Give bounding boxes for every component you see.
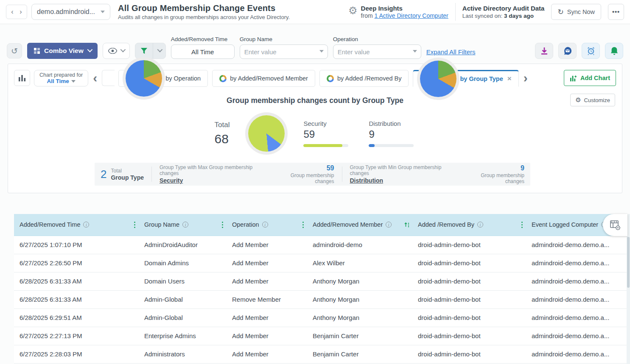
events-table: Added/Removed TimeiGroup NameiOperationi… xyxy=(14,214,627,364)
sync-now-button[interactable]: ↻ Sync Now xyxy=(551,4,601,20)
sort-icon[interactable] xyxy=(404,222,410,228)
table-cell: Add Member xyxy=(227,272,307,290)
schedule-button[interactable] xyxy=(582,43,600,59)
page: ‹ › demo.admindroid... All Group Members… xyxy=(0,0,630,364)
info-icon[interactable]: i xyxy=(262,222,268,228)
reset-icon: ↺ xyxy=(11,46,18,56)
summary-caption: Group Type with Max Group membership cha… xyxy=(160,164,271,176)
column-menu-icon[interactable] xyxy=(221,221,224,229)
table-row[interactable]: 6/28/2025 6:31:33 AMDomain UsersAdd Memb… xyxy=(14,272,627,290)
chevron-down-icon xyxy=(101,11,105,13)
table-cell: Anthony Morgan xyxy=(307,272,412,290)
table-row[interactable]: 6/28/2025 6:31:33 AMAdmin-GlobalRemove M… xyxy=(14,290,627,308)
column-header[interactable]: Added /Removed Byi xyxy=(412,214,526,236)
time-filter-input[interactable] xyxy=(171,44,235,59)
total-group-type-count: 2 xyxy=(101,168,106,181)
back-icon[interactable]: ‹ xyxy=(8,6,17,17)
table-cell: Administrators xyxy=(139,345,227,363)
legend-distribution: Distribution 9 xyxy=(369,120,415,147)
more-options-button[interactable]: ••• xyxy=(608,4,624,20)
operation-filter-input[interactable] xyxy=(333,44,421,59)
pie-chart[interactable] xyxy=(248,115,285,152)
chart-tab-row: Chart prepared for All Time ‹ by Operati… xyxy=(8,64,622,87)
visibility-button[interactable] xyxy=(103,43,130,59)
tenant-dropdown[interactable]: demo.admindroid... xyxy=(31,4,110,20)
distribution-bar-track xyxy=(369,144,414,147)
summary-strip: 2 Total Group Type Group Type with Max G… xyxy=(95,163,530,186)
group-name-filter-input[interactable] xyxy=(240,44,328,59)
max-group-type-link[interactable]: Security xyxy=(160,177,271,184)
table-row[interactable]: 6/28/2025 6:29:51 AMAdmin-GlobalAdd Memb… xyxy=(14,308,627,327)
audit-data-block: Active Directory Audit Data Last synced … xyxy=(462,5,545,19)
min-count: 9 xyxy=(461,164,524,172)
chevron-down-icon[interactable] xyxy=(413,50,417,53)
scrollbar-thumb[interactable] xyxy=(627,237,630,288)
events-table-section: Added/Removed TimeiGroup NameiOperationi… xyxy=(14,214,630,364)
filter-button[interactable] xyxy=(135,43,166,59)
clipped-tab[interactable] xyxy=(102,70,115,86)
column-header[interactable]: Added/Removed Timei xyxy=(14,214,139,236)
info-icon[interactable]: i xyxy=(477,222,483,228)
info-icon[interactable]: i xyxy=(386,222,392,228)
download-button[interactable] xyxy=(535,43,553,59)
column-header[interactable]: Added/Removed Memberi xyxy=(307,214,412,236)
close-tab-icon[interactable]: × xyxy=(507,75,512,83)
info-icon[interactable]: i xyxy=(83,222,89,228)
chart-type-button[interactable] xyxy=(14,70,30,86)
combo-view-button[interactable]: Combo View xyxy=(27,43,98,59)
max-count: 59 xyxy=(271,164,334,172)
filter-dropdown-toggle[interactable] xyxy=(153,43,165,58)
table-cell: Benjamin Carter xyxy=(307,327,412,345)
table-cell: Anthony Morgan xyxy=(307,308,412,327)
customize-button[interactable]: ⚙ Customize xyxy=(570,94,615,106)
summary-unit: Group membership changes xyxy=(271,172,334,184)
table-cell: droid-admin-demo-bot xyxy=(412,254,526,272)
feedback-button[interactable] xyxy=(558,43,577,59)
ellipsis-icon: ••• xyxy=(612,8,620,15)
last-synced: Last synced on: 3 days ago xyxy=(462,13,545,19)
table-cell: Domain Users xyxy=(139,272,227,290)
chart-tab[interactable]: by Operation xyxy=(118,70,208,87)
info-icon[interactable]: i xyxy=(182,222,188,228)
table-cell: admindroid-demo.demo.a... xyxy=(526,236,627,254)
table-row[interactable]: 6/27/2025 2:27:13 PMEnterprise AdminsAdd… xyxy=(14,327,627,345)
chat-message-icon xyxy=(563,46,572,56)
audit-data-title: Active Directory Audit Data xyxy=(462,5,545,12)
filter-label: Operation xyxy=(333,36,421,42)
column-menu-icon[interactable] xyxy=(133,221,137,229)
chart-tab[interactable]: by Group Type× xyxy=(413,70,518,87)
table-cell: admindroid-demo.demo.a... xyxy=(526,345,627,363)
alerts-button[interactable] xyxy=(605,43,623,59)
chevron-down-icon xyxy=(157,47,162,53)
summary-min-segment: Group Type with Min Group membership cha… xyxy=(350,164,525,184)
forward-icon[interactable]: › xyxy=(17,6,25,17)
table-row[interactable]: 6/27/2025 2:26:50 PMDomain AdminsAdd Mem… xyxy=(14,254,627,272)
column-menu-icon[interactable] xyxy=(521,221,524,229)
column-chooser-button[interactable] xyxy=(603,214,627,236)
chart-tab[interactable]: by Added/Removed Member xyxy=(212,70,315,87)
column-header[interactable]: Operationi xyxy=(227,214,307,236)
tabs-scroll-right-icon[interactable]: › xyxy=(523,70,529,86)
filter-field-operation: Operation xyxy=(333,36,421,59)
column-menu-icon[interactable] xyxy=(302,221,305,229)
add-chart-button[interactable]: Add Chart xyxy=(564,70,616,86)
chevron-down-icon[interactable] xyxy=(319,50,324,53)
column-label: Added/Removed Member xyxy=(313,221,383,228)
table-row[interactable]: 6/27/2025 2:28:03 PMAdministratorsAdd Me… xyxy=(14,345,627,363)
column-header[interactable]: Group Namei xyxy=(139,214,227,236)
min-group-type-link[interactable]: Distribution xyxy=(350,177,461,184)
tenant-label: demo.admindroid... xyxy=(37,8,95,16)
table-cell: Admin-Global xyxy=(139,290,227,308)
chart-total-block: Total 68 xyxy=(215,121,230,146)
table-cell: admindroid-demo.demo.a... xyxy=(526,308,627,327)
reset-button[interactable]: ↺ xyxy=(7,43,22,58)
table-row[interactable]: 6/27/2025 1:07:10 PMAdminDroidAuditorAdd… xyxy=(14,236,627,254)
table-cell: Domain Admins xyxy=(139,254,227,272)
tabs-scroll-left-icon[interactable]: ‹ xyxy=(92,70,98,86)
expand-all-filters-link[interactable]: Expand All Filters xyxy=(426,48,476,56)
active-directory-computer-link[interactable]: 1 Active Directory Computer xyxy=(375,12,448,19)
chart-tab[interactable]: by Added /Removed By xyxy=(319,70,409,87)
chart-prepared-for-dropdown[interactable]: Chart prepared for All Time xyxy=(34,70,88,86)
table-scrollbar[interactable] xyxy=(627,214,630,364)
chevron-down-icon xyxy=(71,80,76,83)
